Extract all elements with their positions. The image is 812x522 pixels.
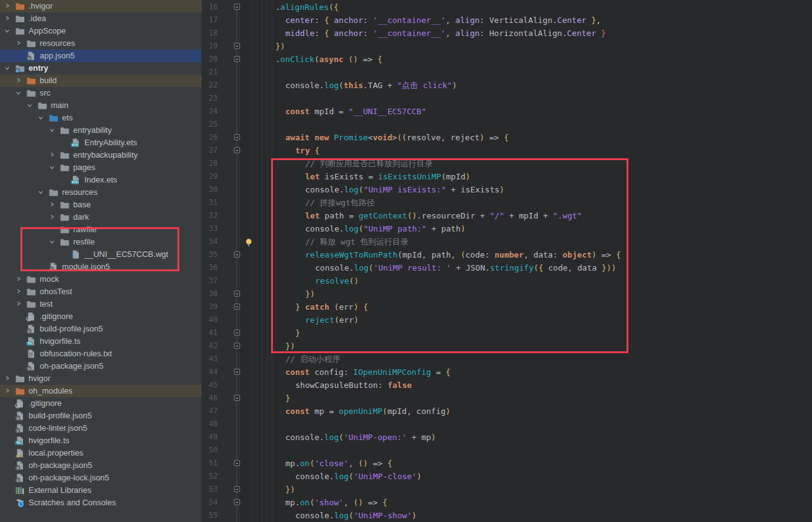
- line-number[interactable]: 50: [202, 444, 218, 457]
- line-number[interactable]: 52: [202, 470, 218, 483]
- chevron-right-icon[interactable]: [4, 387, 12, 395]
- tree-item-uni-ec57ccb-wgt[interactable]: ?__UNI__EC57CCB.wgt: [0, 248, 202, 261]
- line-number[interactable]: 38: [202, 287, 218, 300]
- chevron-down-icon[interactable]: [48, 238, 56, 246]
- line-number[interactable]: 21: [202, 66, 218, 79]
- chevron-right-icon[interactable]: [15, 288, 23, 296]
- line-number[interactable]: 47: [202, 405, 218, 418]
- tree-item-oh-package-json5[interactable]: @oh-package.json5: [0, 360, 202, 372]
- tree-item-build[interactable]: build: [0, 74, 202, 87]
- tree-item-oh-modules[interactable]: oh_modules: [0, 385, 202, 397]
- tree-item-base[interactable]: base: [0, 199, 202, 211]
- line-number[interactable]: 27: [202, 144, 218, 157]
- code-line[interactable]: let path = getContext().resourceDir + "/…: [305, 209, 582, 222]
- code-line[interactable]: .alignRules({: [275, 1, 339, 14]
- code-line[interactable]: }): [285, 340, 295, 353]
- line-number[interactable]: 16: [202, 1, 218, 14]
- fold-marker-icon[interactable]: [234, 251, 240, 258]
- tree-item-hvigorfile-ts[interactable]: TShvigorfile.ts: [0, 434, 202, 447]
- chevron-right-icon[interactable]: [48, 201, 56, 209]
- code-line[interactable]: mp.on('close', () => {: [285, 457, 392, 470]
- line-number[interactable]: 22: [202, 79, 218, 92]
- tree-item-gitignore[interactable]: .gitignore: [0, 310, 202, 323]
- tree-item-build-profile-json5[interactable]: @build-profile.json5: [0, 323, 202, 335]
- tree-item-gitignore[interactable]: .gitignore: [0, 397, 202, 410]
- fold-marker-icon[interactable]: [234, 4, 240, 10]
- tree-item-hvigorfile-ts[interactable]: TShvigorfile.ts: [0, 335, 202, 348]
- chevron-right-icon[interactable]: [48, 214, 56, 222]
- code-line[interactable]: // 判断应用是否已释放到运行目录: [305, 157, 432, 170]
- line-number[interactable]: 19: [202, 40, 218, 53]
- tree-item-ets[interactable]: ets: [0, 112, 202, 124]
- line-number[interactable]: 51: [202, 457, 218, 470]
- code-line[interactable]: }): [275, 40, 285, 53]
- tree-item-build-profile-json5[interactable]: @build-profile.json5: [0, 410, 202, 422]
- line-number[interactable]: 43: [202, 353, 218, 366]
- fold-marker-icon[interactable]: [234, 56, 240, 62]
- tree-item-src[interactable]: src: [0, 87, 202, 99]
- tree-item-module-json5[interactable]: @module.json5: [0, 261, 202, 273]
- tree-item-entrybackupability[interactable]: entrybackupability: [0, 149, 202, 161]
- tree-item-appscope[interactable]: AppScope: [0, 25, 202, 37]
- chevron-down-icon[interactable]: [4, 65, 12, 73]
- code-line[interactable]: }: [295, 326, 300, 340]
- tree-item-pages[interactable]: pages: [0, 161, 202, 174]
- line-number[interactable]: 33: [202, 222, 218, 235]
- line-number[interactable]: 46: [202, 392, 218, 405]
- fold-marker-icon[interactable]: [234, 290, 240, 297]
- code-line[interactable]: }: [285, 392, 290, 405]
- code-line[interactable]: try {: [295, 144, 319, 157]
- tree-item-app-json5[interactable]: @app.json5: [0, 50, 202, 62]
- code-line[interactable]: .onClick(async () => {: [275, 53, 382, 66]
- intention-lightbulb-icon[interactable]: [244, 237, 253, 247]
- chevron-down-icon[interactable]: [37, 189, 45, 197]
- tree-item-entryability[interactable]: entryability: [0, 124, 202, 137]
- line-number[interactable]: 29: [202, 170, 218, 183]
- line-number[interactable]: 24: [202, 105, 218, 118]
- code-line[interactable]: const mp = openUniMP(mpId, config): [285, 405, 450, 418]
- tree-item-code-linter-json5[interactable]: @code-linter.json5: [0, 422, 202, 434]
- tree-item-obfuscation-rules-txt[interactable]: obfuscation-rules.txt: [0, 348, 202, 360]
- code-editor[interactable]: 16.alignRules({17center: { anchor: '__co…: [202, 0, 812, 522]
- line-number[interactable]: 37: [202, 274, 218, 287]
- tree-item-entry[interactable]: entry: [0, 62, 202, 74]
- line-number[interactable]: 54: [202, 496, 218, 509]
- tree-item-resources[interactable]: resources: [0, 186, 202, 199]
- fold-marker-icon[interactable]: [234, 43, 240, 49]
- fold-marker-icon[interactable]: [234, 486, 240, 492]
- line-number[interactable]: 18: [202, 27, 218, 40]
- line-number[interactable]: 17: [202, 14, 218, 27]
- code-line[interactable]: console.log("UniMP path:" + path): [305, 222, 465, 235]
- code-line[interactable]: const mpId = "__UNI__EC57CCB": [285, 105, 426, 118]
- code-line[interactable]: console.log(this.TAG + "点击 click"): [285, 79, 457, 92]
- code-line[interactable]: console.log('UniMP-close'): [295, 470, 422, 483]
- code-line[interactable]: const config: IOpenUniMPConfig = {: [285, 366, 450, 379]
- tree-item-rawfile[interactable]: rawfile: [0, 223, 202, 236]
- tree-item-hvigor[interactable]: .hvigor: [0, 0, 202, 12]
- line-number[interactable]: 41: [202, 326, 218, 340]
- chevron-down-icon[interactable]: [26, 102, 34, 110]
- chevron-down-icon[interactable]: [48, 127, 56, 135]
- line-number[interactable]: 55: [202, 509, 218, 522]
- chevron-right-icon[interactable]: [15, 276, 23, 284]
- code-line[interactable]: }): [305, 287, 315, 300]
- fold-marker-icon[interactable]: [234, 460, 240, 466]
- line-number[interactable]: 49: [202, 431, 218, 444]
- tree-item-scratches-and-consoles[interactable]: Scratches and Consoles: [0, 497, 202, 509]
- fold-marker-icon[interactable]: [234, 369, 240, 375]
- line-number[interactable]: 28: [202, 157, 218, 170]
- code-line[interactable]: // 拼接wgt包路径: [305, 196, 375, 209]
- fold-marker-icon[interactable]: [234, 343, 240, 349]
- chevron-right-icon[interactable]: [15, 77, 23, 85]
- fold-marker-icon[interactable]: [234, 499, 240, 505]
- chevron-right-icon[interactable]: [4, 375, 12, 383]
- chevron-down-icon[interactable]: [15, 89, 23, 97]
- line-number[interactable]: 31: [202, 196, 218, 209]
- chevron-right-icon[interactable]: [15, 40, 23, 48]
- line-number[interactable]: 26: [202, 131, 218, 144]
- tree-item-index-ets[interactable]: ETSIndex.ets: [0, 174, 202, 186]
- tree-item-hvigor[interactable]: hvigor: [0, 372, 202, 385]
- code-line[interactable]: releaseWgtToRunPath(mpId, path, (code: n…: [305, 248, 621, 261]
- fold-marker-icon[interactable]: [234, 134, 240, 140]
- code-line[interactable]: let isExists = isExistsUniMP(mpId): [305, 170, 470, 183]
